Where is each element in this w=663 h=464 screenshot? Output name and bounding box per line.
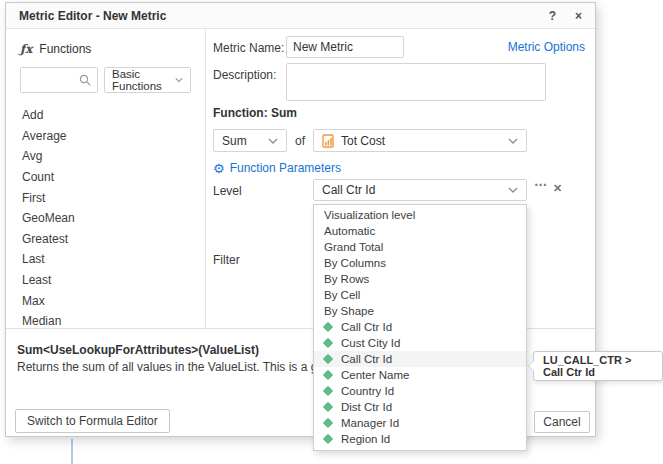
level-dropdown-option[interactable]: Visualization level bbox=[314, 207, 526, 223]
metric-name-input[interactable] bbox=[286, 36, 404, 58]
of-label: of bbox=[295, 134, 305, 148]
function-name: Max bbox=[22, 294, 45, 308]
level-option-label: Country Id bbox=[341, 385, 394, 397]
switch-to-formula-editor-button[interactable]: Switch to Formula Editor bbox=[15, 409, 170, 433]
gear-icon: ⚙ bbox=[213, 162, 225, 175]
help-icon[interactable]: ? bbox=[549, 9, 556, 23]
level-option-label: By Shape bbox=[324, 305, 374, 317]
function-search bbox=[20, 67, 98, 93]
screen: Metric Editor - New Metric ? × ƒx Functi… bbox=[0, 0, 663, 464]
attribute-tooltip-text: LU_CALL_CTR > Call Ctr Id bbox=[543, 354, 653, 378]
level-select-value: Call Ctr Id bbox=[322, 183, 375, 197]
argument-select[interactable]: Tot Cost bbox=[313, 129, 527, 152]
function-list-item[interactable]: Last bbox=[22, 249, 205, 270]
level-option-label: Automatic bbox=[324, 225, 375, 237]
metric-options-link[interactable]: Metric Options bbox=[508, 40, 585, 54]
function-list-item[interactable]: First bbox=[22, 187, 205, 208]
attribute-icon bbox=[323, 386, 333, 396]
description-input[interactable] bbox=[286, 63, 546, 101]
function-search-input[interactable] bbox=[21, 68, 77, 92]
level-option-label: Region Id bbox=[341, 433, 390, 445]
level-dropdown-option[interactable]: Country Id bbox=[314, 383, 526, 399]
level-dropdown: Visualization level Automatic Grand Tota… bbox=[313, 204, 527, 451]
function-list-item[interactable]: Greatest bbox=[22, 229, 205, 250]
sidebar-controls: Basic Functions bbox=[6, 67, 205, 93]
filter-label: Filter bbox=[213, 253, 240, 267]
function-list-item[interactable]: GeoMean bbox=[22, 208, 205, 229]
function-list-item[interactable]: Least bbox=[22, 270, 205, 291]
attribute-icon bbox=[323, 434, 333, 444]
level-dropdown-option[interactable]: Dist Ctr Id bbox=[314, 399, 526, 415]
level-option-label: By Cell bbox=[324, 289, 360, 301]
level-option-label: Manager Id bbox=[341, 417, 399, 429]
level-option-label: Visualization level bbox=[324, 209, 415, 221]
function-name: First bbox=[22, 191, 45, 205]
function-name: Last bbox=[22, 252, 45, 266]
attribute-icon bbox=[323, 370, 333, 380]
function-list: Add Average Avg Count First GeoMean Grea… bbox=[6, 105, 205, 332]
titlebar-actions: ? × bbox=[549, 9, 582, 23]
level-remove-icon[interactable]: ✕ bbox=[553, 182, 562, 195]
level-dropdown-option[interactable]: Region Id bbox=[314, 431, 526, 447]
level-dropdown-option[interactable]: Grand Total bbox=[314, 239, 526, 255]
function-name: Median bbox=[22, 314, 61, 328]
functions-header: ƒx Functions bbox=[6, 29, 205, 67]
function-select[interactable]: Sum bbox=[213, 129, 287, 152]
function-select-value: Sum bbox=[222, 134, 247, 148]
dialog-title: Metric Editor - New Metric bbox=[19, 9, 166, 23]
dialog-titlebar: Metric Editor - New Metric ? × bbox=[6, 3, 595, 29]
level-dropdown-option[interactable]: Automatic bbox=[314, 223, 526, 239]
level-select[interactable]: Call Ctr Id bbox=[313, 179, 527, 201]
level-more-icon[interactable]: ⋯ bbox=[534, 177, 548, 192]
chevron-down-icon bbox=[508, 138, 518, 144]
level-option-label: Call Ctr Id bbox=[341, 353, 392, 365]
chevron-down-icon bbox=[508, 187, 518, 193]
close-icon[interactable]: × bbox=[575, 9, 582, 23]
function-heading: Function: Sum bbox=[213, 106, 297, 120]
functions-sidebar: ƒx Functions Basic Functions bbox=[6, 29, 206, 328]
function-parameters-link[interactable]: ⚙ Function Parameters bbox=[213, 161, 341, 175]
level-option-label: By Rows bbox=[324, 273, 369, 285]
level-dropdown-option[interactable]: By Cell bbox=[314, 287, 526, 303]
function-name: Average bbox=[22, 129, 66, 143]
level-dropdown-option[interactable]: Manager Id bbox=[314, 415, 526, 431]
attribute-icon bbox=[323, 402, 333, 412]
function-list-item[interactable]: Avg bbox=[22, 146, 205, 167]
function-list-item[interactable]: Max bbox=[22, 290, 205, 311]
attribute-icon bbox=[323, 418, 333, 428]
functions-icon: ƒx bbox=[20, 42, 32, 56]
level-dropdown-option[interactable]: Call Ctr Id bbox=[314, 351, 526, 367]
level-dropdown-option[interactable]: Call Ctr Id bbox=[314, 319, 526, 335]
level-dropdown-option[interactable]: Cust City Id bbox=[314, 335, 526, 351]
attribute-tooltip: LU_CALL_CTR > Call Ctr Id bbox=[533, 351, 663, 381]
level-option-label: Dist Ctr Id bbox=[341, 401, 392, 413]
level-dropdown-option[interactable]: Center Name bbox=[314, 367, 526, 383]
level-option-label: Cust City Id bbox=[341, 337, 400, 349]
attribute-icon bbox=[323, 338, 333, 348]
function-name: Count bbox=[22, 170, 54, 184]
chevron-down-icon bbox=[175, 77, 183, 83]
function-list-item[interactable]: Add bbox=[22, 105, 205, 126]
function-category-value: Basic Functions bbox=[112, 68, 175, 92]
cancel-button[interactable]: Cancel bbox=[534, 411, 590, 433]
search-icon bbox=[79, 74, 92, 87]
level-option-label: Call Ctr Id bbox=[341, 321, 392, 333]
level-label: Level bbox=[213, 184, 242, 198]
pane-divider-line bbox=[71, 439, 73, 464]
attribute-icon bbox=[323, 354, 333, 364]
level-option-label: By Columns bbox=[324, 257, 386, 269]
level-dropdown-option[interactable]: By Rows bbox=[314, 271, 526, 287]
function-list-item[interactable]: Count bbox=[22, 167, 205, 188]
chevron-down-icon bbox=[268, 138, 278, 144]
metric-name-label: Metric Name: bbox=[213, 41, 284, 55]
level-dropdown-option[interactable]: By Columns bbox=[314, 255, 526, 271]
argument-select-value: Tot Cost bbox=[341, 134, 385, 148]
level-dropdown-option[interactable]: By Shape bbox=[314, 303, 526, 319]
function-name: GeoMean bbox=[22, 211, 75, 225]
functions-header-label: Functions bbox=[39, 42, 91, 56]
fact-icon bbox=[322, 134, 335, 148]
level-option-label: Grand Total bbox=[324, 241, 383, 253]
description-label: Description: bbox=[213, 68, 276, 82]
function-list-item[interactable]: Average bbox=[22, 126, 205, 147]
function-category-select[interactable]: Basic Functions bbox=[104, 67, 191, 93]
